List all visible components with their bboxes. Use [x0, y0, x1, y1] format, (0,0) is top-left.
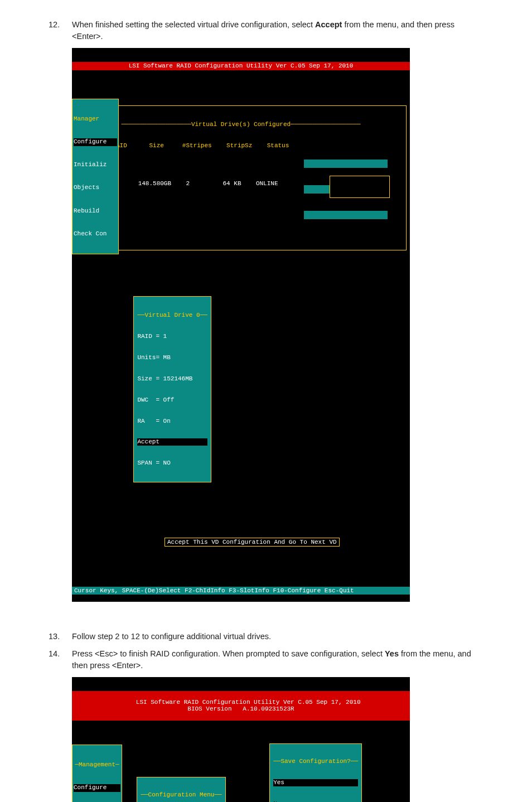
right-empty-box [330, 176, 390, 198]
side-menu[interactable]: Manager Configure Initializ Objects Rebu… [72, 99, 119, 254]
side-item-configure[interactable]: Configure [74, 138, 117, 146]
bios-statusbar: Cursor Keys, SPACE-(De)Select F2-ChIdInf… [72, 587, 410, 595]
side-item[interactable]: Rebuild [74, 207, 117, 215]
step-13: 13. Follow step 2 to 12 to configure add… [49, 631, 483, 642]
side-menu[interactable]: ─Management─ Configure Initializ Objects… [72, 745, 122, 802]
virtual-drive-0-box[interactable]: ──Virtual Drive 0── RAID = 1 Units= MB S… [133, 296, 211, 483]
step-number: 12. [49, 19, 72, 42]
side-item-configure[interactable]: Configure [74, 784, 120, 792]
step-12: 12. When finished setting the selected v… [49, 19, 483, 42]
accept-item[interactable]: Accept [137, 438, 207, 446]
bios-screenshot-1: LSI Software RAID Configuration Utility … [72, 48, 410, 602]
side-item[interactable]: Objects [74, 184, 117, 192]
step-14: 14. Press <Esc> to finish RAID configura… [49, 648, 483, 671]
bios-title: LSI Software RAID Configuration Utility … [72, 62, 410, 70]
configuration-menu[interactable]: ──Configuration Menu── Easy Configuratio… [137, 777, 225, 802]
save-yes[interactable]: Yes [273, 779, 358, 786]
accept-message: Accept This VD Configuration And Go To N… [165, 538, 340, 547]
accept-message-row: Accept This VD Configuration And Go To N… [75, 528, 407, 556]
bios-title: LSI Software RAID Configuration Utility … [72, 691, 410, 721]
side-item[interactable]: Check Con [74, 230, 117, 238]
step-text: When finished setting the selected virtu… [72, 19, 483, 42]
save-configuration-box[interactable]: ──Save Configuration?── Yes No [269, 743, 362, 802]
bios-screenshot-2: LSI Software RAID Configuration Utility … [72, 677, 410, 802]
side-item[interactable]: Initializ [74, 161, 117, 169]
